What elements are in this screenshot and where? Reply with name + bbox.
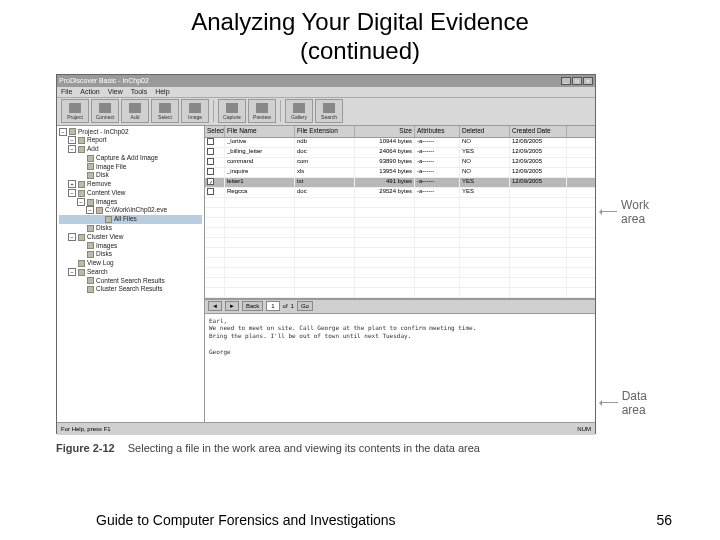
menubar: FileActionViewToolsHelp xyxy=(57,87,595,98)
minimize-button[interactable]: _ xyxy=(561,77,571,85)
close-button[interactable]: × xyxy=(583,77,593,85)
column-header[interactable]: Select xyxy=(205,126,225,137)
table-row-empty xyxy=(205,288,595,298)
tree-node[interactable]: Disk xyxy=(59,171,202,180)
work-area: SelectFile NameFile ExtensionSizeAttribu… xyxy=(205,126,595,300)
maximize-button[interactable]: □ xyxy=(572,77,582,85)
tree-node[interactable]: −Cluster View xyxy=(59,233,202,242)
toolbar-gallery-button[interactable]: Gallery xyxy=(285,99,313,123)
table-row[interactable]: _inquirexls13954 bytes-a------NO12/09/20… xyxy=(205,168,595,178)
table-row-empty xyxy=(205,198,595,208)
menu-tools[interactable]: Tools xyxy=(131,88,147,95)
table-row-empty xyxy=(205,258,595,268)
next-button[interactable]: ► xyxy=(225,301,239,311)
prev-button[interactable]: ◄ xyxy=(208,301,222,311)
figure-number: Figure 2-12 xyxy=(56,442,115,454)
slide-title-line2: (continued) xyxy=(0,37,720,66)
menu-action[interactable]: Action xyxy=(80,88,99,95)
gallery-icon xyxy=(293,103,305,113)
table-row-empty xyxy=(205,278,595,288)
figure-caption-text: Selecting a file in the work area and vi… xyxy=(128,442,480,454)
tree-node[interactable]: −Content View xyxy=(59,189,202,198)
toolbar-select-button[interactable]: Select xyxy=(151,99,179,123)
page-total: 1 xyxy=(291,303,294,309)
arrow-icon xyxy=(600,211,617,212)
search-icon xyxy=(323,103,335,113)
tree-node[interactable]: Disks xyxy=(59,250,202,259)
table-row[interactable]: commandcom93890 bytes-a------NO12/09/200… xyxy=(205,158,595,168)
data-content: Earl,We need to meet on site. Call Georg… xyxy=(205,314,595,422)
select-icon xyxy=(159,103,171,113)
column-header[interactable]: Created Date xyxy=(510,126,567,137)
toolbar: ProjectConnectAddSelectImageCapturePrevi… xyxy=(57,98,595,126)
arrow-icon xyxy=(600,402,618,403)
page-field[interactable]: 1 xyxy=(266,301,279,311)
tree-node[interactable]: Image File xyxy=(59,163,202,172)
tree-node[interactable]: −Images xyxy=(59,198,202,207)
table-row[interactable]: _billing_letterdoc24064 bytes-a------YES… xyxy=(205,148,595,158)
tree-node[interactable]: Disks xyxy=(59,224,202,233)
column-header[interactable]: Deleted xyxy=(460,126,510,137)
tree-node[interactable]: −Add xyxy=(59,145,202,154)
statusbar: For Help, press F1 NUM xyxy=(57,422,595,435)
of-label: of xyxy=(283,303,288,309)
tree-node[interactable]: All Files xyxy=(59,215,202,224)
connect-icon xyxy=(99,103,111,113)
tree-node[interactable]: −C:\Work\InChp02.eve xyxy=(59,206,202,215)
tree-node[interactable]: −Report xyxy=(59,136,202,145)
tree-node[interactable]: Content Search Results xyxy=(59,277,202,286)
titlebar: ProDiscover Basic - InChp02 _ □ × xyxy=(57,75,595,87)
data-area: ◄ ► Back 1 of 1 Go Earl,We need to meet … xyxy=(205,300,595,422)
window-title: ProDiscover Basic - InChp02 xyxy=(59,77,149,84)
preview-icon xyxy=(256,103,268,113)
toolbar-preview-button[interactable]: Preview xyxy=(248,99,276,123)
menu-help[interactable]: Help xyxy=(155,88,169,95)
table-row-empty xyxy=(205,248,595,258)
status-right: NUM xyxy=(577,426,591,432)
toolbar-project-button[interactable]: Project xyxy=(61,99,89,123)
tree-node[interactable]: −Project - InChp02 xyxy=(59,128,202,137)
capture-icon xyxy=(226,103,238,113)
tree-node[interactable]: −Search xyxy=(59,268,202,277)
project-icon xyxy=(69,103,81,113)
app-window: ProDiscover Basic - InChp02 _ □ × FileAc… xyxy=(56,74,596,434)
table-row-empty xyxy=(205,268,595,278)
tree-node[interactable]: View Log xyxy=(59,259,202,268)
tree-node[interactable]: Images xyxy=(59,242,202,251)
table-row[interactable]: Regccadoc29524 bytes-a------YES xyxy=(205,188,595,198)
table-row[interactable]: _lortivendb10944 bytes-a------NO12/08/20… xyxy=(205,138,595,148)
slide-title-line1: Analyzing Your Digital Evidence xyxy=(0,8,720,37)
toolbar-capture-button[interactable]: Capture xyxy=(218,99,246,123)
data-toolbar: ◄ ► Back 1 of 1 Go xyxy=(205,300,595,314)
table-header: SelectFile NameFile ExtensionSizeAttribu… xyxy=(205,126,595,138)
toolbar-add-button[interactable]: Add xyxy=(121,99,149,123)
go-button[interactable]: Go xyxy=(297,301,313,311)
image-icon xyxy=(189,103,201,113)
tree-node[interactable]: Capture & Add Image xyxy=(59,154,202,163)
table-row-empty xyxy=(205,218,595,228)
tree-node[interactable]: Cluster Search Results xyxy=(59,285,202,294)
menu-file[interactable]: File xyxy=(61,88,72,95)
tree-node[interactable]: +Remove xyxy=(59,180,202,189)
column-header[interactable]: Attributes xyxy=(415,126,460,137)
table-row-empty xyxy=(205,238,595,248)
add-icon xyxy=(129,103,141,113)
toolbar-separator xyxy=(280,100,281,122)
table-row-empty xyxy=(205,228,595,238)
annotation-work-area: Work area xyxy=(600,198,664,226)
toolbar-image-button[interactable]: Image xyxy=(181,99,209,123)
figure-caption: Figure 2-12 Selecting a file in the work… xyxy=(56,442,720,454)
table-row[interactable]: ✓letter1txt491 bytes-a------YES12/09/200… xyxy=(205,178,595,188)
table-body[interactable]: _lortivendb10944 bytes-a------NO12/08/20… xyxy=(205,138,595,298)
column-header[interactable]: File Name xyxy=(225,126,295,137)
column-header[interactable]: File Extension xyxy=(295,126,355,137)
menu-view[interactable]: View xyxy=(108,88,123,95)
toolbar-connect-button[interactable]: Connect xyxy=(91,99,119,123)
column-header[interactable]: Size xyxy=(355,126,415,137)
annotation-data-area: Data area xyxy=(600,389,664,417)
tree-pane[interactable]: −Project - InChp02−Report−AddCapture & A… xyxy=(57,126,205,422)
footer-text: Guide to Computer Forensics and Investig… xyxy=(96,512,396,528)
toolbar-separator xyxy=(213,100,214,122)
back-button[interactable]: Back xyxy=(242,301,263,311)
toolbar-search-button[interactable]: Search xyxy=(315,99,343,123)
